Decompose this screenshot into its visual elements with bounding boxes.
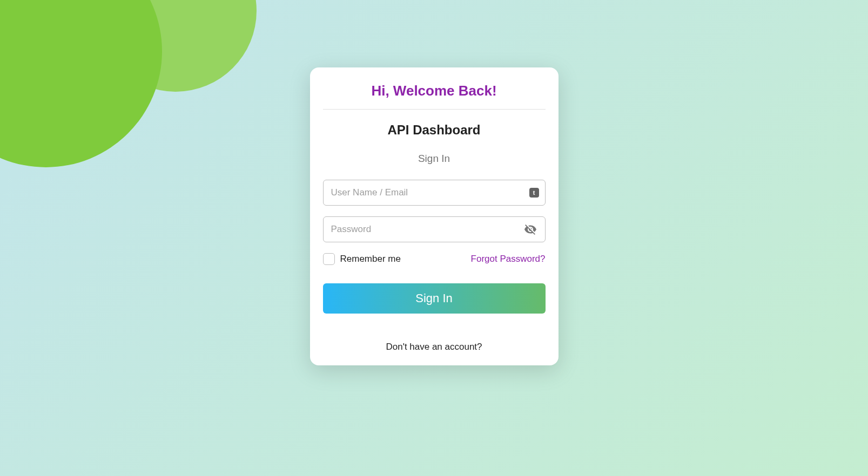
password-field-wrapper [323, 216, 546, 242]
forgot-password-link[interactable]: Forgot Password? [471, 254, 546, 264]
background-circle-main [0, 0, 162, 167]
autofill-badge-icon: t [529, 188, 539, 198]
autofill-badge[interactable]: t [529, 188, 539, 198]
welcome-title: Hi, Welcome Back! [323, 83, 546, 99]
remember-me-wrapper[interactable]: Remember me [323, 253, 401, 265]
sign-in-heading: Sign In [323, 153, 546, 165]
username-input[interactable] [323, 180, 546, 206]
no-account-text: Don't have an account? [323, 342, 546, 352]
username-field-wrapper: t [323, 180, 546, 206]
app-title: API Dashboard [323, 123, 546, 138]
visibility-off-icon [524, 223, 537, 236]
remember-me-label: Remember me [340, 254, 401, 264]
toggle-password-visibility-button[interactable] [522, 221, 539, 238]
login-card: Hi, Welcome Back! API Dashboard Sign In … [310, 67, 559, 365]
password-input[interactable] [323, 216, 546, 242]
sign-in-button[interactable]: Sign In [323, 283, 546, 314]
remember-me-checkbox[interactable] [323, 253, 335, 265]
options-row: Remember me Forgot Password? [323, 253, 546, 265]
divider [323, 109, 546, 110]
